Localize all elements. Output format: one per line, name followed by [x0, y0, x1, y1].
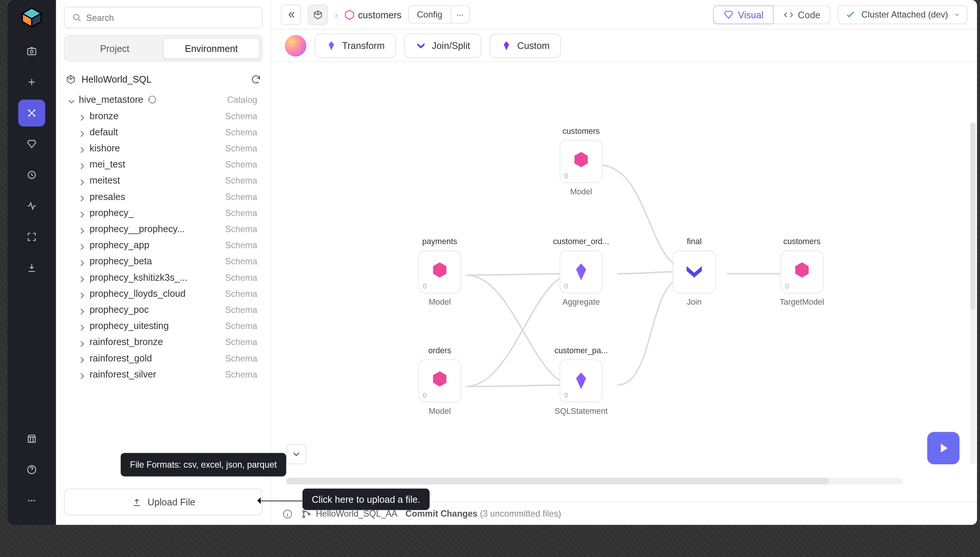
rail-more-icon[interactable] [18, 487, 45, 514]
tree-schema-item[interactable]: defaultSchema [56, 124, 267, 140]
node-orders[interactable]: orders 0 Model [413, 346, 467, 416]
node-customer-pa[interactable]: customer_pa... 0 SQLStatement [554, 346, 608, 416]
visual-toggle[interactable]: Visual [713, 5, 773, 24]
code-toggle[interactable]: Code [773, 5, 830, 24]
search-input[interactable] [64, 7, 263, 28]
tree-schema-item[interactable]: bronzeSchema [56, 107, 267, 124]
svg-point-12 [28, 500, 30, 501]
node-payments[interactable]: payments 0 Model [413, 237, 467, 307]
collapse-button[interactable] [281, 5, 301, 24]
play-icon [936, 441, 951, 456]
chevron-right-icon [79, 322, 86, 329]
top-bar: › customers Config ··· Visual [272, 0, 977, 29]
tree-schema-item[interactable]: prophecy__prophecy...Schema [56, 221, 267, 237]
node-final[interactable]: final Join [667, 237, 721, 307]
tree-schema-item[interactable]: prophecy_kshitizk3s_...Schema [56, 269, 267, 285]
main: › customers Config ··· Visual [272, 0, 977, 525]
commit-changes[interactable]: Commit Changes (3 uncommitted files) [406, 509, 561, 519]
rail-store-icon[interactable] [18, 425, 45, 452]
upload-callout: Click here to upload a file. [302, 489, 429, 510]
node-customer-ord[interactable]: customer_ord... 0 Aggregate [554, 237, 608, 307]
copilot-orb[interactable] [285, 35, 307, 57]
chevron-right-icon [79, 177, 86, 184]
canvas[interactable]: customers 0 Model payments 0 Model order… [272, 62, 977, 502]
chev-blue-icon [683, 261, 706, 283]
chevron-right-icon [79, 290, 86, 297]
tab-environment[interactable]: Environment [163, 38, 260, 59]
rail-clock-icon[interactable] [18, 161, 45, 188]
hex-pink-icon [790, 261, 813, 283]
config-button[interactable]: Config [409, 6, 450, 23]
tree-schema-item[interactable]: presalesSchema [56, 188, 267, 205]
info-icon[interactable] [282, 508, 293, 519]
node-customers-top[interactable]: customers 0 Model [554, 126, 608, 196]
pill-transform[interactable]: Transform [315, 33, 396, 57]
canvas-panel-toggle[interactable] [286, 444, 307, 464]
chevron-right-icon [79, 112, 86, 119]
footer-branch[interactable]: HelloWorld_SQL_AA [316, 509, 397, 519]
node-customers-right[interactable]: customers 0 TargetModel [775, 237, 829, 307]
tree-schema-item[interactable]: mei_testSchema [56, 156, 267, 172]
chevron-right-icon [79, 209, 86, 216]
schema-name: mei_test [90, 159, 125, 170]
schema-type: Schema [225, 288, 258, 298]
pill-joinsplit[interactable]: Join/Split [404, 33, 482, 57]
rail-capture-icon[interactable] [18, 38, 45, 65]
history-icon[interactable] [147, 95, 157, 104]
tree-schema-item[interactable]: prophecy_uitestingSchema [56, 318, 267, 334]
schema-type: Schema [225, 256, 258, 266]
upload-label: Upload File [148, 497, 195, 507]
schema-name: bronze [90, 110, 119, 121]
tree-schema-item[interactable]: prophecy_betaSchema [56, 253, 267, 269]
svg-point-13 [31, 500, 33, 501]
tree-schema-item[interactable]: prophecy_lloyds_cloudSchema [56, 285, 267, 301]
svg-rect-10 [28, 437, 35, 442]
config-more-button[interactable]: ··· [450, 6, 469, 23]
pill-custom[interactable]: Custom [490, 33, 561, 57]
config-group: Config ··· [408, 5, 470, 24]
rail-add-icon[interactable] [18, 69, 45, 96]
search-field[interactable] [86, 12, 256, 23]
schema-name: prophecy__prophecy... [90, 223, 185, 235]
rail-pipeline-icon[interactable] [18, 99, 45, 126]
tree-schema-item[interactable]: meitestSchema [56, 172, 267, 188]
tab-project[interactable]: Project [67, 38, 163, 59]
crumb-entity[interactable]: customers [343, 8, 402, 21]
rail-help-icon[interactable] [18, 456, 45, 483]
gem-purple-icon [571, 371, 591, 391]
schema-name: prophecy_lloyds_cloud [90, 288, 186, 299]
run-button[interactable] [927, 432, 959, 464]
tree-schema-item[interactable]: prophecy_Schema [56, 205, 267, 221]
rail-download-icon[interactable] [18, 254, 45, 281]
refresh-icon[interactable] [251, 74, 261, 85]
schema-type: Schema [225, 337, 258, 347]
tree-catalog[interactable]: hive_metastore Catalog [56, 91, 267, 107]
rail-expand-icon[interactable] [18, 223, 45, 251]
tree-schema-item[interactable]: rainforest_goldSchema [56, 350, 267, 366]
schema-tree[interactable]: hive_metastore Catalog bronzeSchemadefau… [56, 91, 271, 482]
rail-activity-icon[interactable] [18, 192, 45, 220]
gem-purple-icon [571, 262, 591, 282]
tree-schema-item[interactable]: rainforest_bronzeSchema [56, 334, 267, 350]
schema-name: prophecy_poc [90, 304, 149, 315]
tree-schema-item[interactable]: kishoreSchema [56, 140, 267, 156]
rail-gem-icon[interactable] [18, 130, 45, 157]
schema-type: Schema [225, 305, 258, 315]
cluster-selector[interactable]: Cluster Attached (dev) [838, 5, 968, 24]
chevron-right-icon [79, 225, 86, 232]
crumb-root-button[interactable] [308, 5, 328, 24]
chevron-right-icon [79, 161, 86, 168]
schema-name: default [90, 126, 118, 137]
gem-toolbar: Transform Join/Split Custom [272, 29, 977, 62]
upload-file-button[interactable]: Upload File [64, 489, 263, 516]
schema-name: kishore [90, 143, 120, 154]
tree-schema-item[interactable]: prophecy_appSchema [56, 237, 267, 253]
tree-schema-item[interactable]: prophecy_pocSchema [56, 301, 267, 318]
schema-type: Schema [225, 127, 258, 137]
chevron-right-icon [79, 241, 86, 248]
chevron-right-icon [79, 257, 86, 264]
tree-schema-item[interactable]: rainforest_silverSchema [56, 366, 267, 382]
canvas-h-scrollbar[interactable] [286, 478, 903, 484]
breadcrumb-sep: › [335, 9, 338, 20]
chevron-down-icon [68, 96, 75, 103]
